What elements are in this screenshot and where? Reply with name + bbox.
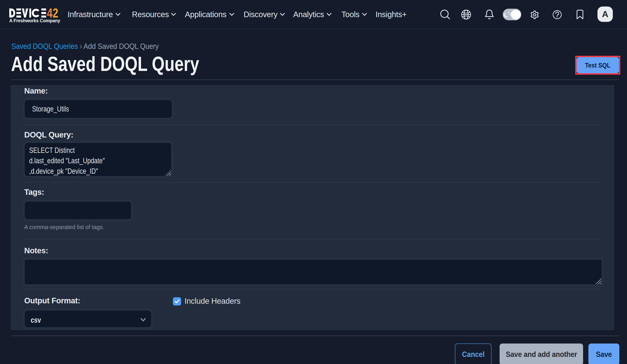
svg-text:42: 42 (47, 8, 58, 17)
